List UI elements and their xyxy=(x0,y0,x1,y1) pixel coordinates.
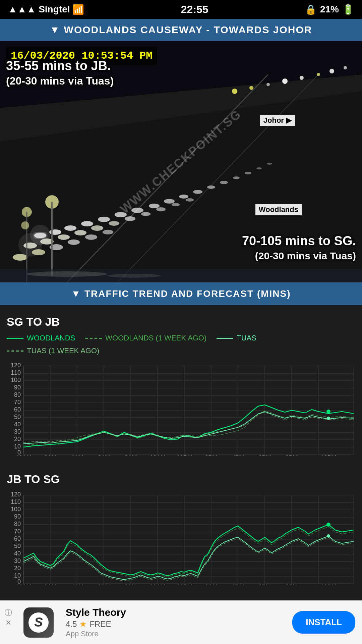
svg-point-50 xyxy=(300,76,304,80)
svg-point-49 xyxy=(282,78,288,84)
svg-text:10AM: 10AM xyxy=(149,454,165,456)
svg-text:6PM: 6PM xyxy=(258,584,271,585)
svg-text:4PM: 4PM xyxy=(232,584,244,585)
svg-point-19 xyxy=(245,172,251,174)
svg-point-12 xyxy=(149,204,160,208)
rating-number: 4.5 xyxy=(66,620,77,629)
jb-to-sg-chart: 120 110 100 90 80 70 60 50 40 30 20 10 0 xyxy=(7,491,355,585)
svg-text:10AM: 10AM xyxy=(149,584,165,585)
tuas-ago-legend-line xyxy=(7,351,23,352)
status-left: ▲▲▲ Singtel 📶 xyxy=(8,4,84,15)
jb-to-sg-title: JB TO SG xyxy=(7,473,355,486)
svg-point-97 xyxy=(327,417,330,420)
legend-woodlands: WOODLANDS xyxy=(7,334,75,342)
app-icon-letter: S xyxy=(28,612,49,633)
svg-point-15 xyxy=(193,190,202,194)
header-title: ▼ WOODLANDS CAUSEWAY - TOWARDS JOHOR xyxy=(50,24,312,35)
svg-text:110: 110 xyxy=(11,498,21,505)
svg-text:90: 90 xyxy=(14,384,21,391)
svg-text:50: 50 xyxy=(14,414,21,420)
app-source: App Store xyxy=(66,630,292,638)
legend-tuas: TUAS xyxy=(217,334,256,342)
svg-point-53 xyxy=(344,66,347,69)
svg-point-8 xyxy=(81,221,93,226)
svg-point-21 xyxy=(267,163,272,165)
svg-point-25 xyxy=(74,230,86,235)
svg-text:60: 60 xyxy=(14,535,21,542)
svg-point-150 xyxy=(327,534,330,538)
app-header: ▼ WOODLANDS CAUSEWAY - TOWARDS JOHOR xyxy=(0,19,362,41)
install-button[interactable]: INSTALL xyxy=(292,611,355,634)
svg-text:20: 20 xyxy=(14,436,21,442)
svg-text:12AM: 12AM xyxy=(15,584,31,585)
ad-controls: ⓘ ✕ xyxy=(5,608,12,627)
svg-point-7 xyxy=(64,225,76,231)
tuas-legend-label: TUAS xyxy=(237,334,256,342)
svg-text:2AM: 2AM xyxy=(44,454,56,456)
svg-text:6PM: 6PM xyxy=(258,454,271,456)
svg-text:50: 50 xyxy=(14,543,21,549)
wifi-icon: 📶 xyxy=(72,4,84,15)
app-icon: S xyxy=(23,607,54,638)
svg-text:120: 120 xyxy=(11,362,21,369)
svg-text:2PM: 2PM xyxy=(205,454,217,456)
signal-icon: ▲▲▲ xyxy=(8,4,36,15)
app-name: Style Theory xyxy=(66,607,292,618)
carrier-name: Singtel xyxy=(39,4,70,15)
svg-point-48 xyxy=(266,83,270,86)
status-right: 🔒 21% 🔋 xyxy=(305,4,354,15)
tuas-legend-line xyxy=(217,338,233,339)
svg-point-6 xyxy=(49,229,61,235)
svg-text:70: 70 xyxy=(14,528,21,535)
info-icon[interactable]: ⓘ xyxy=(5,608,12,618)
svg-text:40: 40 xyxy=(14,550,21,557)
svg-point-26 xyxy=(91,225,103,231)
svg-point-37 xyxy=(85,234,97,240)
svg-point-18 xyxy=(233,176,240,179)
status-time: 22:55 xyxy=(181,3,208,16)
battery-icon: 🔋 xyxy=(342,4,354,15)
ad-banner: ⓘ ✕ S Style Theory 4.5 ★ FREE App Store … xyxy=(0,600,362,644)
svg-point-29 xyxy=(141,212,150,216)
svg-text:100: 100 xyxy=(11,377,21,383)
svg-text:120: 120 xyxy=(11,491,21,498)
road-scene: 16/03/2020 10:53:54 PM 35-55 mins to JB.… xyxy=(0,41,362,282)
lock-icon: 🔒 xyxy=(305,4,317,15)
svg-point-52 xyxy=(329,69,334,73)
price-label: FREE xyxy=(89,620,111,629)
svg-point-45 xyxy=(21,221,29,229)
travel-time-to-jb: 35-55 mins to JB. (20-30 mins via Tuas) xyxy=(6,58,114,88)
sg-to-jb-legend: WOODLANDS WOODLANDS (1 WEEK AGO) TUAS TU… xyxy=(7,334,355,355)
johor-direction-label: Johor ▶ xyxy=(260,115,295,126)
svg-point-36 xyxy=(68,239,80,245)
svg-text:90: 90 xyxy=(14,513,21,520)
svg-point-24 xyxy=(58,234,70,240)
svg-point-47 xyxy=(249,86,253,90)
svg-point-32 xyxy=(186,198,194,202)
sg-time-line2: (20-30 mins via Tuas) xyxy=(242,249,356,262)
app-rating: 4.5 ★ FREE xyxy=(66,620,292,629)
close-ad-icon[interactable]: ✕ xyxy=(5,619,11,627)
svg-text:12PM: 12PM xyxy=(176,454,192,456)
svg-text:4AM: 4AM xyxy=(71,584,83,585)
legend-woodlands-ago: WOODLANDS (1 WEEK AGO) xyxy=(85,334,206,342)
svg-text:110: 110 xyxy=(11,369,21,376)
woodlands-ago-legend-line xyxy=(85,338,102,339)
svg-point-38 xyxy=(103,230,113,234)
svg-text:100: 100 xyxy=(11,506,21,513)
sg-to-jb-chart: 120 110 100 90 80 70 60 50 40 30 20 10 0 xyxy=(7,362,355,456)
svg-text:12AM: 12AM xyxy=(15,454,31,456)
tuas-ago-legend-label: TUAS (1 WEEK AGO) xyxy=(27,346,99,355)
svg-text:10: 10 xyxy=(14,443,21,450)
svg-text:10PM: 10PM xyxy=(320,584,336,585)
traffic-trend-title: ▼ TRAFFIC TREND AND FORECAST (MINS) xyxy=(71,288,291,299)
svg-text:8AM: 8AM xyxy=(124,584,137,585)
svg-point-51 xyxy=(317,73,320,76)
svg-point-55 xyxy=(27,271,107,277)
woodlands-ago-legend-label: WOODLANDS (1 WEEK AGO) xyxy=(105,334,206,342)
svg-text:6AM: 6AM xyxy=(98,584,110,585)
svg-point-13 xyxy=(164,199,175,204)
svg-text:80: 80 xyxy=(14,391,21,398)
svg-text:10PM: 10PM xyxy=(320,454,336,456)
svg-text:60: 60 xyxy=(14,406,21,413)
